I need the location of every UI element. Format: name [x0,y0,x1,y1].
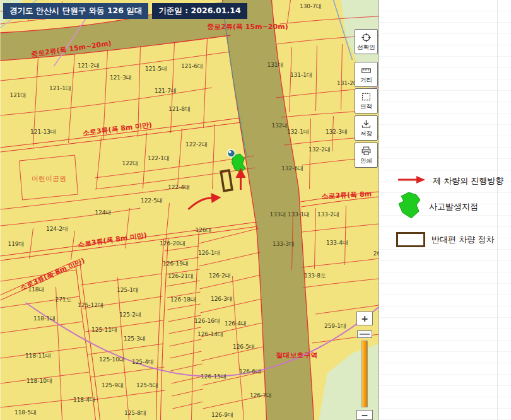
print-label: 인쇄 [360,157,372,165]
parcel-label: 126-18대 [170,296,196,303]
area-polygon-icon [361,91,372,102]
distance-button[interactable]: 거리 [355,62,378,87]
parcel-label: 126-9대 [211,412,233,418]
parcel-label: 125-5대 [136,382,158,388]
parcel-label: 119대 [8,241,24,247]
parcel-label: 126-20대 [160,240,185,247]
parcel-label: 118-11대 [25,353,51,359]
parcel-label: 26 [373,250,379,257]
zoom-in-button[interactable]: + [356,312,373,325]
park-label: 어린이공원 [32,175,66,183]
parcel-label: 121-7대 [155,88,177,94]
legend-item-vehicle: 반대편 차량 정차 [396,232,494,247]
cadastral-map[interactable]: 121-2대121-3대121-5대121-6대121대121-1대121-7대… [0,0,379,420]
legend-accident-label: 사고발생지점 [429,201,478,213]
parcel-label: 126-5대 [233,344,255,350]
parcel-label: 133-8도 [304,272,326,279]
zoom-out-button[interactable]: − [356,410,373,420]
parcel-label: 125-4대 [132,359,154,365]
parcel-label: 122-5대 [141,197,163,204]
legend-direction-label: 제 차량의 진행방향 [433,175,503,187]
parcel-label: 126-1대 [198,250,220,256]
map-canvas[interactable]: 121-2대121-3대121-5대121-6대121대121-1대121-7대… [0,0,379,420]
parcel-label: 126-19대 [163,260,189,267]
accident-pin-icon [228,149,235,157]
road-class-label: 중로2류(폭 15m~20m) [207,23,288,31]
cadastral-map-viewer: 121-2대121-3대121-5대121-6대121대121-1대121-7대… [0,0,511,420]
parcel-label: 132대 [271,122,288,129]
map-title-bar: 경기도 안산시 단원구 와동 126 일대 기준일 : 2026.01.14 [3,3,247,19]
parcel-label: 132-2대 [308,146,331,153]
parcel-label: 124-2대 [46,226,68,232]
parcel-label: 131대 [267,62,283,68]
parcel-label: 121-8대 [168,106,191,112]
parcel-label: 121-5대 [145,66,167,72]
parcel-label: 133-3대 [273,241,295,247]
parcel-label: 125-1대 [117,287,139,293]
road-class-label: 절대보호구역 [276,351,318,359]
parcel-label: 126-3대 [211,296,233,302]
parcel-label: 131-1대 [290,72,312,78]
parcel-label: 126-4대 [225,320,247,327]
parcel-label: 126-15대 [201,373,226,380]
parcel-label: 132-6대 [281,165,303,172]
parcel-label: 122-4대 [168,184,190,190]
parcel-label: 126-21대 [168,273,194,279]
parcel-label: 126-2대 [209,272,231,279]
parcel-label: 121-13대 [30,129,56,135]
parcel-label: 121대 [9,92,26,98]
parcel-label: 122대 [122,160,138,166]
green-area-icon [397,191,423,223]
parcel-label: 126-14대 [197,331,223,337]
parcel-label: 125-9대 [102,382,124,388]
legend-vehicle-label: 반대편 차량 정차 [432,234,494,245]
parcel-label: 118-10대 [26,378,52,384]
parcel-label: 121-3대 [110,74,132,81]
line-check-button[interactable]: 선확인 [355,29,378,54]
parcel-label: 121-6대 [181,63,203,69]
parcel-label: 133-4대 [326,240,348,246]
reference-date: 기준일 : 2026.01.14 [152,3,247,19]
printer-icon [361,146,372,156]
parcel-label: 125-11대 [91,327,117,333]
zoom-slider-handle[interactable] [357,330,372,338]
parcel-label: 118-4대 [73,397,95,403]
location-title: 경기도 안산시 단원구 와동 126 일대 [3,3,148,19]
parcel-label: 133대 [269,211,286,218]
parcel-label: 122-2대 [185,141,208,148]
parcel-label: 126대 [195,227,211,233]
parcel-label: 132-3대 [326,129,348,135]
parcel-label: 125-10대 [99,356,125,363]
parcel-label: 259-1대 [324,323,346,329]
legend-item-direction: 제 차량의 진행방향 [396,174,503,188]
parcel-label: 133-1대 [288,211,310,218]
parcel-label: 271도 [55,296,71,303]
crosshair-icon [361,32,372,43]
area-button[interactable]: 면적 [355,88,378,114]
parcel-label: 126-16대 [194,318,220,324]
brown-rect-icon [396,232,425,247]
parcel-label: 125-2대 [119,312,141,318]
parcel-label: 126-7대 [250,392,272,399]
parcel-label: 124대 [95,209,111,216]
legend-item-accident: 사고발생지점 [397,191,478,223]
save-label: 저장 [360,130,372,138]
parcel-label: 125-3대 [124,335,146,342]
ruler-icon [361,65,372,76]
parcel-label: 121-1대 [49,85,71,91]
line-check-label: 선확인 [357,44,375,52]
area-label: 면적 [360,103,372,111]
distance-label: 거리 [360,76,372,85]
parcel-label: 122-1대 [148,155,170,161]
parcel-label: 118-5대 [15,409,37,416]
parcel-label: 125-8대 [124,410,146,416]
panel-grid-line [497,0,498,420]
zoom-slider-track[interactable] [361,341,368,407]
print-button[interactable]: 인쇄 [355,143,378,168]
save-download-icon [361,119,372,129]
parcel-label: 133-2대 [317,211,339,218]
parcel-label: 125-12대 [78,302,103,308]
parcel-label: 121-2대 [78,62,100,69]
parcel-label: 126-6대 [239,368,261,375]
save-button[interactable]: 저장 [355,115,378,141]
